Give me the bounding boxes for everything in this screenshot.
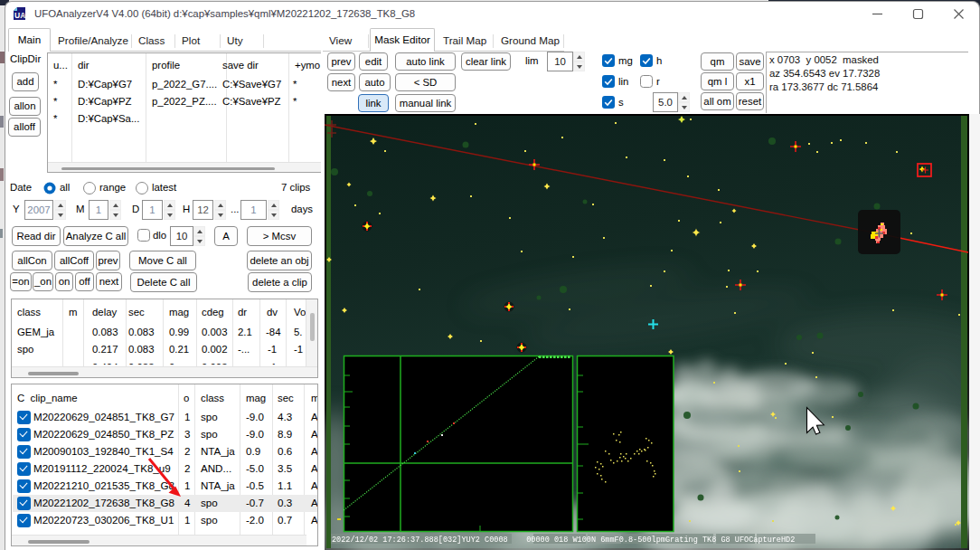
svg-text:2022/12/02 17:26:37.888[032]YU: 2022/12/02 17:26:37.888[032]YUY2 C0008 0… [332,535,795,544]
svg-text:4: 4 [22,12,26,20]
